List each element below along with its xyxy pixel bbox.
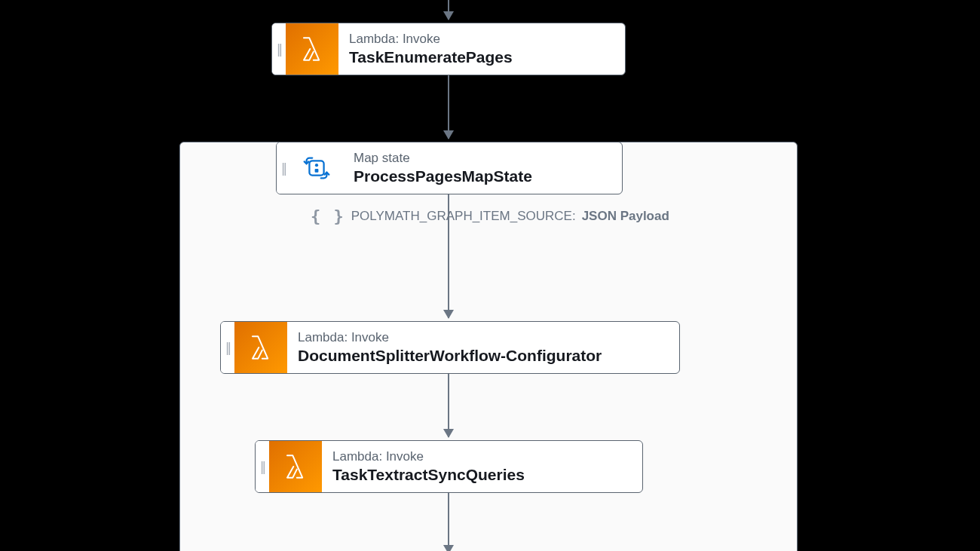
drag-handle-icon[interactable]: || bbox=[221, 322, 234, 373]
drag-handle-icon[interactable]: || bbox=[272, 23, 286, 75]
braces-icon: { } bbox=[311, 207, 345, 225]
drag-handle-icon[interactable]: || bbox=[277, 142, 290, 194]
svg-rect-0 bbox=[309, 161, 323, 175]
arrow-3 bbox=[448, 374, 449, 437]
arrow-incoming bbox=[448, 0, 449, 20]
node-title: TaskEnumeratePages bbox=[349, 48, 513, 66]
lambda-icon bbox=[234, 322, 287, 373]
item-source-key: POLYMATH_GRAPH_ITEM_SOURCE: bbox=[351, 209, 576, 224]
item-source-annotation: { } POLYMATH_GRAPH_ITEM_SOURCE: JSON Pay… bbox=[311, 207, 669, 225]
node-process-pages-map-state[interactable]: || Map state ProcessPagesMapState bbox=[276, 142, 623, 194]
node-type-label: Lambda: Invoke bbox=[349, 32, 513, 47]
node-type-label: Map state bbox=[354, 151, 532, 166]
arrow-2 bbox=[448, 194, 449, 318]
svg-point-1 bbox=[315, 164, 318, 167]
node-document-splitter-configurator[interactable]: || Lambda: Invoke DocumentSplitterWorkfl… bbox=[220, 321, 680, 374]
node-title: DocumentSplitterWorkflow-Configurator bbox=[298, 347, 602, 365]
node-task-textract-sync-queries[interactable]: || Lambda: Invoke TaskTextractSyncQuerie… bbox=[255, 440, 643, 493]
map-state-icon bbox=[290, 142, 343, 194]
node-title: ProcessPagesMapState bbox=[354, 167, 532, 185]
arrow-4 bbox=[448, 493, 449, 551]
node-type-label: Lambda: Invoke bbox=[298, 330, 602, 345]
arrow-1 bbox=[448, 75, 449, 139]
node-type-label: Lambda: Invoke bbox=[332, 449, 525, 464]
drag-handle-icon[interactable]: || bbox=[256, 441, 269, 492]
svg-rect-2 bbox=[315, 169, 319, 173]
item-source-value: JSON Payload bbox=[582, 209, 669, 224]
lambda-icon bbox=[269, 441, 322, 492]
node-title: TaskTextractSyncQueries bbox=[332, 466, 525, 484]
lambda-icon bbox=[286, 23, 338, 75]
node-task-enumerate-pages[interactable]: || Lambda: Invoke TaskEnumeratePages bbox=[271, 23, 626, 75]
workflow-canvas: || Lambda: Invoke TaskEnumeratePages || bbox=[113, 0, 867, 551]
